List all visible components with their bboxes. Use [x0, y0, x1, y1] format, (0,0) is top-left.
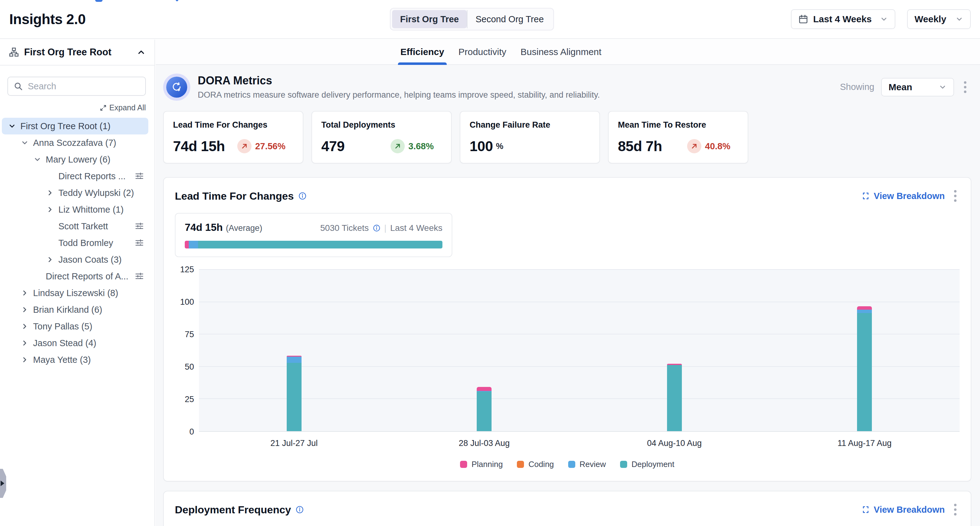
- tree-row-direct-reports[interactable]: Direct Reports ...: [2, 168, 148, 185]
- tree-node-label: Direct Reports ...: [58, 171, 126, 182]
- view-breakdown-label: View Breakdown: [874, 505, 945, 515]
- tab-efficiency[interactable]: Efficiency: [400, 40, 444, 64]
- y-tick-label: 75: [185, 330, 194, 340]
- plot-area: [199, 269, 959, 432]
- info-icon[interactable]: [298, 191, 307, 200]
- tree-row-scott-tarkett[interactable]: Scott Tarkett: [2, 218, 148, 234]
- lead-time-title: Lead Time For Changes: [175, 190, 294, 202]
- chevron-right-icon[interactable]: [45, 206, 55, 214]
- tree-row-anna-scozzafava-7[interactable]: Anna Scozzafava (7): [2, 134, 148, 151]
- tab-productivity[interactable]: Productivity: [458, 40, 506, 64]
- info-icon[interactable]: [295, 505, 304, 514]
- search-icon: [14, 81, 23, 91]
- tree-row-tony-pallas-5[interactable]: Tony Pallas (5): [2, 318, 148, 335]
- chevron-down-icon: [880, 15, 888, 23]
- stacked-bar-28-jul-03-aug[interactable]: [477, 387, 492, 431]
- filter-sliders-icon[interactable]: [135, 172, 144, 181]
- stacked-bar-11-aug-17-aug[interactable]: [857, 306, 872, 431]
- org-sidebar: First Org Tree Root Expand All First Org…: [0, 40, 155, 526]
- chevron-right-icon[interactable]: [45, 256, 55, 264]
- sidebar-search[interactable]: [7, 77, 146, 96]
- y-tick-label: 0: [189, 427, 194, 437]
- chevron-right-icon[interactable]: [20, 339, 29, 347]
- metric-label: Lead Time For Changes: [173, 120, 294, 130]
- tree-node-label: Liz Whittome (1): [58, 205, 124, 215]
- expand-all-button[interactable]: Expand All: [0, 103, 146, 112]
- view-breakdown-button[interactable]: View Breakdown: [861, 505, 945, 515]
- gridline: [199, 366, 959, 367]
- granularity-select[interactable]: Weekly: [907, 9, 971, 29]
- tree-row-maya-yette-3[interactable]: Maya Yette (3): [2, 351, 148, 368]
- info-icon[interactable]: [372, 224, 381, 232]
- x-tick-label: 21 Jul-27 Jul: [270, 438, 318, 448]
- tree-node-label: Todd Bromley: [58, 238, 113, 248]
- calendar-icon: [798, 14, 808, 24]
- lead-time-average-card: 74d 15h (Average) 5030 Tickets | Last 4 …: [175, 213, 452, 257]
- filter-sliders-icon[interactable]: [135, 222, 144, 231]
- chevron-right-icon[interactable]: [20, 289, 29, 297]
- showing-label: Showing: [840, 82, 874, 92]
- bar-segment-review: [287, 357, 302, 363]
- legend-label: Review: [580, 459, 606, 469]
- tree-row-brian-kirkland-6[interactable]: Brian Kirkland (6): [2, 301, 148, 318]
- chevron-down-icon[interactable]: [20, 139, 29, 147]
- average-row: 74d 15h (Average) 5030 Tickets | Last 4 …: [185, 222, 442, 233]
- tree-row-mary-lowery-6[interactable]: Mary Lowery (6): [2, 151, 148, 168]
- trend-up-icon: [391, 139, 405, 153]
- tree-node-label: Jason Stead (4): [33, 338, 96, 348]
- chevron-right-icon[interactable]: [20, 356, 29, 364]
- search-input[interactable]: [28, 81, 140, 91]
- collapse-chevron-up-icon[interactable]: [137, 48, 146, 57]
- view-breakdown-button[interactable]: View Breakdown: [861, 191, 945, 201]
- tab-business-alignment[interactable]: Business Alignment: [520, 40, 601, 64]
- trend-badge: 3.68%: [391, 139, 434, 153]
- average-value: 74d 15h: [185, 222, 223, 233]
- divider: |: [384, 223, 387, 233]
- tree-row-jason-coats-3[interactable]: Jason Coats (3): [2, 251, 148, 268]
- view-breakdown-label: View Breakdown: [874, 191, 945, 201]
- sidebar-header: First Org Tree Root: [0, 40, 154, 65]
- tree-row-lindsay-liszewski-8[interactable]: Lindsay Liszewski (8): [2, 285, 148, 301]
- phase-distribution-bar: [185, 241, 442, 249]
- metric-value-row: 100%: [469, 138, 590, 155]
- filter-sliders-icon[interactable]: [135, 238, 144, 247]
- legend-item-coding: Coding: [517, 459, 554, 469]
- metric-value-row: 85d 7h40.8%: [618, 138, 738, 155]
- chevron-right-icon[interactable]: [45, 189, 55, 197]
- dora-subtitle: DORA metrics measure software delivery p…: [198, 90, 600, 100]
- x-tick-label: 11 Aug-17 Aug: [838, 438, 892, 448]
- tree-row-todd-bromley[interactable]: Todd Bromley: [2, 234, 148, 251]
- average-label: (Average): [226, 223, 262, 233]
- lead-time-more-menu[interactable]: [951, 188, 959, 204]
- org-toggle-second-org-tree[interactable]: Second Org Tree: [467, 10, 552, 29]
- dora-more-menu[interactable]: [961, 79, 969, 96]
- org-toggle-first-org-tree[interactable]: First Org Tree: [392, 10, 467, 29]
- dora-cycle-icon: [166, 77, 187, 98]
- top-controls: Last 4 Weeks Weekly: [791, 9, 971, 29]
- legend-swatch: [620, 461, 627, 468]
- y-tick-label: 125: [180, 265, 194, 274]
- tree-node-label: Scott Tarkett: [58, 221, 108, 231]
- legend-item-planning: Planning: [460, 459, 503, 469]
- chevron-right-icon[interactable]: [20, 306, 29, 314]
- org-chart-icon: [9, 47, 19, 57]
- tree-row-direct-reports-of-a[interactable]: Direct Reports of A...: [2, 268, 148, 285]
- chevron-right-icon[interactable]: [20, 322, 29, 330]
- tree-row-teddy-wylupski-2[interactable]: Teddy Wylupski (2): [2, 185, 148, 201]
- chevron-down-icon[interactable]: [33, 155, 42, 164]
- dora-text: DORA Metrics DORA metrics measure softwa…: [198, 74, 600, 100]
- tree-row-liz-whittome-1[interactable]: Liz Whittome (1): [2, 201, 148, 218]
- filter-sliders-icon[interactable]: [135, 272, 144, 281]
- metric-label: Change Failure Rate: [469, 120, 590, 130]
- deployment-more-menu[interactable]: [951, 501, 959, 518]
- tree-row-first-org-tree-root-1[interactable]: First Org Tree Root (1): [2, 118, 148, 134]
- gridline: [199, 334, 959, 335]
- stacked-bar-21-jul-27-jul[interactable]: [287, 356, 302, 431]
- aggregation-select[interactable]: Mean: [881, 78, 954, 96]
- tree-row-jason-stead-4[interactable]: Jason Stead (4): [2, 335, 148, 351]
- org-tree-toggle[interactable]: First Org TreeSecond Org Tree: [390, 8, 554, 30]
- chevron-down-icon[interactable]: [7, 122, 17, 130]
- stacked-bar-04-aug-10-aug[interactable]: [667, 364, 682, 431]
- date-range-select[interactable]: Last 4 Weeks: [791, 9, 895, 29]
- legend-label: Coding: [528, 459, 554, 469]
